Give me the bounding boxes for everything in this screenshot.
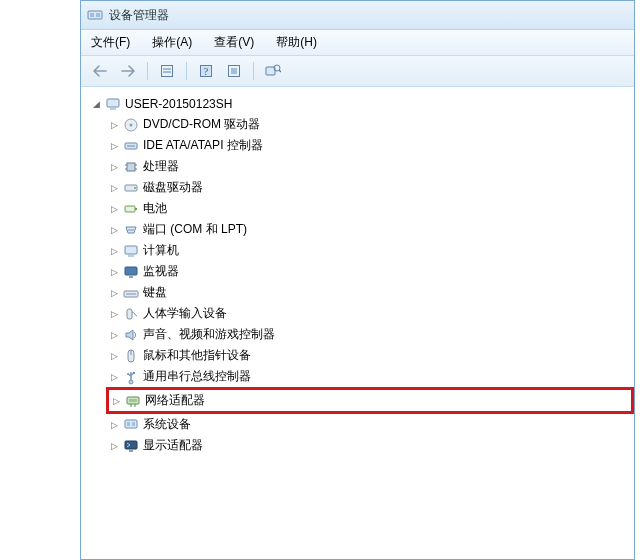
monitor-icon (123, 264, 139, 280)
tree-item-label: 系统设备 (143, 416, 191, 433)
back-button[interactable] (87, 59, 113, 83)
svg-rect-9 (231, 68, 237, 74)
expander-closed-icon[interactable]: ▷ (109, 441, 119, 451)
svg-rect-34 (129, 276, 133, 278)
expander-closed-icon[interactable]: ▷ (109, 246, 119, 256)
svg-rect-2 (96, 13, 100, 17)
forward-button[interactable] (115, 59, 141, 83)
tree-item-cpu[interactable]: ▷处理器 (109, 156, 634, 177)
tree-item-display[interactable]: ▷显示适配器 (109, 435, 634, 456)
tree-item-keyboard[interactable]: ▷键盘 (109, 282, 634, 303)
system-icon (123, 417, 139, 433)
usb-icon (123, 369, 139, 385)
display-icon (123, 438, 139, 454)
expander-closed-icon[interactable]: ▷ (109, 309, 119, 319)
tree-item-sound[interactable]: ▷声音、视频和游戏控制器 (109, 324, 634, 345)
svg-rect-33 (125, 267, 137, 275)
svg-point-30 (132, 229, 134, 231)
sound-icon (123, 327, 139, 343)
tree-item-label: 通用串行总线控制器 (143, 368, 251, 385)
tree-pane[interactable]: ◢ USER-20150123SH ▷DVD/CD-ROM 驱动器▷IDE AT… (81, 87, 634, 559)
tree-item-ports[interactable]: ▷端口 (COM 和 LPT) (109, 219, 634, 240)
cpu-icon (123, 159, 139, 175)
menu-file[interactable]: 文件(F) (87, 32, 134, 53)
expander-closed-icon[interactable]: ▷ (109, 162, 119, 172)
tree-item-mouse[interactable]: ▷鼠标和其他指针设备 (109, 345, 634, 366)
tree-item-battery[interactable]: ▷电池 (109, 198, 634, 219)
tree-item-dvd[interactable]: ▷DVD/CD-ROM 驱动器 (109, 114, 634, 135)
tree-item-network[interactable]: ▷网络适配器 (111, 390, 629, 411)
expander-closed-icon[interactable]: ▷ (109, 351, 119, 361)
menu-view[interactable]: 查看(V) (210, 32, 258, 53)
device-tree: ◢ USER-20150123SH ▷DVD/CD-ROM 驱动器▷IDE AT… (85, 93, 634, 456)
tree-item-label: 磁盘驱动器 (143, 179, 203, 196)
tree-item-sysdev[interactable]: ▷系统设备 (109, 414, 634, 435)
svg-rect-3 (162, 66, 173, 77)
tree-item-label: 声音、视频和游戏控制器 (143, 326, 275, 343)
svg-rect-13 (107, 99, 119, 107)
expander-closed-icon[interactable]: ▷ (111, 396, 121, 406)
expander-closed-icon[interactable]: ▷ (109, 372, 119, 382)
scan-button[interactable] (260, 59, 286, 83)
toolbar-separator (147, 62, 148, 80)
svg-rect-52 (129, 450, 133, 452)
properties-button[interactable] (154, 59, 180, 83)
battery-icon (123, 201, 139, 217)
app-icon (87, 7, 103, 23)
expander-closed-icon[interactable]: ▷ (109, 141, 119, 151)
svg-point-25 (134, 187, 136, 189)
svg-rect-14 (110, 108, 116, 110)
tree-item-disk[interactable]: ▷磁盘驱动器 (109, 177, 634, 198)
svg-rect-45 (129, 399, 137, 402)
tree-item-label: 计算机 (143, 242, 179, 259)
tree-item-label: 电池 (143, 200, 167, 217)
tree-item-label: 人体学输入设备 (143, 305, 227, 322)
tree-item-hid[interactable]: ▷人体学输入设备 (109, 303, 634, 324)
svg-line-12 (279, 70, 281, 72)
disk-icon (123, 180, 139, 196)
svg-rect-49 (127, 422, 130, 426)
svg-rect-51 (125, 441, 137, 449)
tree-item-label: 处理器 (143, 158, 179, 175)
computer-icon (105, 96, 121, 112)
menubar: 文件(F) 操作(A) 查看(V) 帮助(H) (81, 30, 634, 56)
disc-icon (123, 117, 139, 133)
expander-closed-icon[interactable]: ▷ (109, 204, 119, 214)
tree-item-monitor[interactable]: ▷监视器 (109, 261, 634, 282)
expander-closed-icon[interactable]: ▷ (109, 288, 119, 298)
tree-root[interactable]: ◢ USER-20150123SH (91, 93, 634, 114)
expander-closed-icon[interactable]: ▷ (109, 267, 119, 277)
svg-point-42 (127, 373, 129, 375)
expander-closed-icon[interactable]: ▷ (109, 183, 119, 193)
tree-item-computer[interactable]: ▷计算机 (109, 240, 634, 261)
expander-closed-icon[interactable]: ▷ (109, 225, 119, 235)
tree-item-ide[interactable]: ▷IDE ATA/ATAPI 控制器 (109, 135, 634, 156)
svg-text:?: ? (204, 66, 209, 77)
svg-point-29 (130, 229, 132, 231)
tree-item-label: 监视器 (143, 263, 179, 280)
svg-point-40 (129, 380, 133, 384)
port-icon (123, 222, 139, 238)
menu-action[interactable]: 操作(A) (148, 32, 196, 53)
tree-item-label: 鼠标和其他指针设备 (143, 347, 251, 364)
tree-item-label: 显示适配器 (143, 437, 203, 454)
toolbar: ? (81, 56, 634, 87)
expander-open-icon[interactable]: ◢ (91, 99, 101, 109)
show-hidden-button[interactable] (221, 59, 247, 83)
svg-rect-37 (127, 309, 132, 319)
tree-item-label: 键盘 (143, 284, 167, 301)
network-icon (125, 393, 141, 409)
svg-rect-32 (128, 255, 134, 257)
keyboard-icon (123, 285, 139, 301)
window-title: 设备管理器 (109, 7, 169, 24)
menu-help[interactable]: 帮助(H) (272, 32, 321, 53)
expander-closed-icon[interactable]: ▷ (109, 330, 119, 340)
expander-closed-icon[interactable]: ▷ (109, 420, 119, 430)
mouse-icon (123, 348, 139, 364)
svg-rect-43 (133, 372, 135, 374)
help-button[interactable]: ? (193, 59, 219, 83)
svg-rect-26 (125, 206, 135, 212)
tree-item-usb[interactable]: ▷通用串行总线控制器 (109, 366, 634, 387)
expander-closed-icon[interactable]: ▷ (109, 120, 119, 130)
svg-rect-1 (90, 13, 94, 17)
